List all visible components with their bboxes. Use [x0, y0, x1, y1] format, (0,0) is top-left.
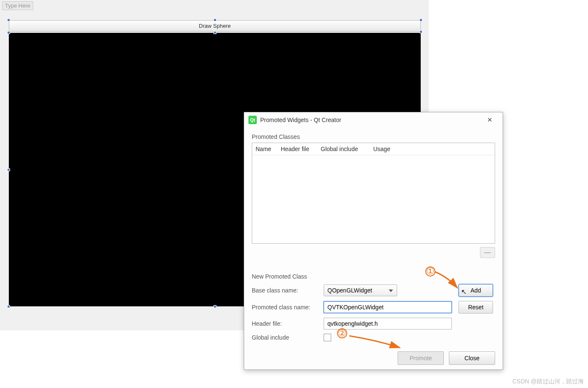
annotation-arrow-1: [433, 268, 462, 293]
promoted-class-input[interactable]: [324, 301, 452, 313]
draw-sphere-button-container: Draw Sphere: [9, 20, 421, 32]
close-button[interactable]: Close: [449, 351, 495, 365]
promoted-classes-label: Promoted Classes: [252, 133, 495, 140]
reset-button[interactable]: Reset: [459, 301, 493, 314]
resize-handle[interactable]: [419, 30, 422, 33]
global-include-label: Global include: [252, 334, 317, 341]
dialog-title: Promoted Widgets - Qt Creator: [260, 117, 480, 123]
annotation-step-1: ①: [425, 266, 435, 276]
column-header-name[interactable]: Name: [252, 143, 277, 155]
resize-handle[interactable]: [214, 31, 216, 34]
watermark-text: CSDN @踏过山河，踏过海: [512, 378, 584, 385]
resize-handle[interactable]: [7, 31, 10, 34]
resize-handle[interactable]: [214, 19, 216, 21]
promoted-classes-table[interactable]: Name Header file Global include Usage: [252, 143, 495, 244]
promote-button[interactable]: Promote: [398, 351, 444, 365]
add-button[interactable]: Add: [459, 284, 493, 297]
close-icon[interactable]: ✕: [480, 114, 499, 126]
column-header-usage[interactable]: Usage: [370, 143, 495, 155]
dialog-titlebar[interactable]: Qt Promoted Widgets - Qt Creator ✕: [244, 112, 503, 128]
resize-handle[interactable]: [7, 305, 10, 308]
base-class-value: QOpenGLWidget: [327, 287, 372, 294]
draw-sphere-button[interactable]: Draw Sphere: [9, 20, 421, 32]
column-header-global-include[interactable]: Global include: [317, 143, 370, 155]
qt-logo-icon: Qt: [248, 116, 257, 124]
table-header-row: Name Header file Global include Usage: [252, 143, 495, 155]
remove-button[interactable]: —: [480, 247, 495, 258]
base-class-label: Base class name:: [252, 287, 317, 294]
resize-handle[interactable]: [7, 168, 10, 171]
resize-handle[interactable]: [419, 19, 422, 21]
global-include-checkbox[interactable]: [324, 334, 331, 341]
header-file-label: Header file:: [252, 320, 317, 327]
annotation-step-2: ②: [337, 328, 347, 338]
promoted-class-label: Promoted class name:: [252, 304, 317, 311]
column-header-header-file[interactable]: Header file: [277, 143, 317, 155]
resize-handle[interactable]: [7, 19, 10, 21]
menu-placeholder[interactable]: Type Here: [2, 1, 33, 10]
base-class-combo[interactable]: QOpenGLWidget: [324, 284, 397, 296]
resize-handle[interactable]: [214, 305, 216, 308]
annotation-arrow-2: [346, 332, 405, 353]
